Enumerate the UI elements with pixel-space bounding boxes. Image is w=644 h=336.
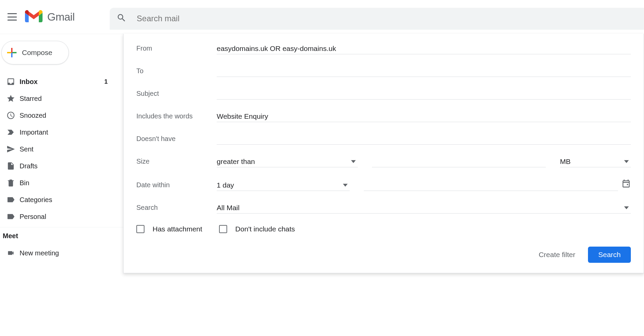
sidebar-item-categories[interactable]: Categories: [0, 191, 118, 208]
date-range-value: 1 day: [217, 181, 234, 189]
search-button[interactable]: Search: [588, 247, 631, 263]
has-attachment-label: Has attachment: [153, 225, 202, 233]
to-label: To: [136, 67, 217, 77]
search-scope-label: Search: [136, 204, 217, 214]
meet-item-label: New meeting: [20, 249, 59, 257]
main-menu-button[interactable]: [3, 7, 22, 26]
from-label: From: [136, 45, 217, 54]
from-input[interactable]: [217, 43, 631, 54]
to-input[interactable]: [217, 66, 631, 77]
sidebar-item-count: 1: [104, 78, 108, 85]
search-icon[interactable]: [116, 13, 127, 24]
product-name: Gmail: [47, 11, 75, 23]
sidebar-item-label: Important: [20, 129, 48, 136]
date-value-input[interactable]: [364, 180, 618, 191]
main: Compose Inbox1StarredSnoozedImportantSen…: [0, 34, 644, 336]
size-operator-value: greater than: [217, 158, 255, 166]
includes-label: Includes the words: [136, 112, 217, 122]
dont-include-chats-checkbox[interactable]: Don't include chats: [219, 225, 295, 233]
chevron-down-icon: [624, 158, 629, 166]
meet-title: Meet: [3, 232, 123, 240]
hamburger-icon: [7, 13, 17, 21]
clock-icon: [2, 111, 20, 120]
subject-input[interactable]: [217, 88, 631, 100]
calendar-icon[interactable]: [621, 179, 631, 191]
gmail-logo[interactable]: Gmail: [25, 10, 75, 24]
size-unit-select[interactable]: MB: [560, 156, 631, 167]
date-range-select[interactable]: 1 day: [217, 180, 350, 191]
sidebar-item-label: Personal: [20, 213, 46, 221]
compose-label: Compose: [22, 49, 52, 57]
draft-icon: [2, 162, 20, 170]
size-value-input[interactable]: [372, 156, 546, 167]
doesnt-have-input[interactable]: [217, 134, 631, 145]
compose-button[interactable]: Compose: [1, 41, 69, 64]
meet-section: Meet New meeting: [0, 227, 123, 261]
sidebar-item-personal[interactable]: Personal: [0, 208, 118, 225]
search-scope-value: All Mail: [217, 204, 240, 212]
chevron-down-icon: [343, 181, 348, 189]
sidebar-item-starred[interactable]: Starred: [0, 90, 118, 107]
sidebar-item-inbox[interactable]: Inbox1: [0, 73, 118, 90]
filter-panel: From To Subject Includes the words Doesn…: [123, 34, 644, 273]
sidebar: Compose Inbox1StarredSnoozedImportantSen…: [0, 34, 123, 336]
sidebar-item-label: Snoozed: [20, 112, 46, 119]
plus-icon: [7, 48, 17, 57]
sidebar-item-drafts[interactable]: Drafts: [0, 158, 118, 174]
gmail-m-icon: [25, 10, 43, 24]
dont-include-chats-label: Don't include chats: [235, 225, 295, 233]
doesnt-have-label: Doesn't have: [136, 135, 217, 145]
search-input[interactable]: [137, 14, 644, 23]
checkbox-icon: [136, 225, 144, 233]
sidebar-item-snoozed[interactable]: Snoozed: [0, 107, 118, 124]
label-icon: [2, 212, 20, 221]
sidebar-item-label: Categories: [20, 196, 52, 204]
send-icon: [2, 145, 20, 153]
includes-input[interactable]: [217, 111, 631, 122]
nav-list: Inbox1StarredSnoozedImportantSentDraftsB…: [0, 73, 123, 225]
sidebar-item-label: Starred: [20, 95, 42, 103]
size-operator-select[interactable]: greater than: [217, 156, 358, 167]
search-scope-select[interactable]: All Mail: [217, 202, 631, 214]
sidebar-item-label: Inbox: [20, 78, 37, 86]
date-within-label: Date within: [136, 181, 217, 191]
create-filter-button[interactable]: Create filter: [539, 251, 575, 259]
sidebar-item-label: Bin: [20, 179, 29, 187]
checkbox-icon: [219, 225, 227, 233]
size-unit-value: MB: [560, 158, 571, 166]
sidebar-item-label: Sent: [20, 145, 33, 153]
inbox-icon: [2, 77, 20, 86]
sidebar-item-sent[interactable]: Sent: [0, 141, 118, 158]
chevron-down-icon: [351, 158, 356, 166]
meet-item-new-meeting[interactable]: New meeting: [2, 245, 123, 261]
sidebar-item-bin[interactable]: Bin: [0, 174, 118, 191]
header: Gmail: [0, 0, 644, 34]
chevron-down-icon: [624, 204, 629, 212]
content-area: From To Subject Includes the words Doesn…: [123, 34, 644, 336]
star-icon: [2, 94, 20, 103]
sidebar-item-important[interactable]: Important: [0, 124, 118, 141]
label-icon: [2, 195, 20, 204]
video-icon: [2, 249, 20, 257]
size-label: Size: [136, 158, 217, 167]
important-icon: [2, 128, 20, 137]
has-attachment-checkbox[interactable]: Has attachment: [136, 225, 202, 233]
search-bar[interactable]: [110, 8, 644, 30]
subject-label: Subject: [136, 90, 217, 100]
bin-icon: [2, 178, 20, 187]
sidebar-item-label: Drafts: [20, 162, 37, 170]
